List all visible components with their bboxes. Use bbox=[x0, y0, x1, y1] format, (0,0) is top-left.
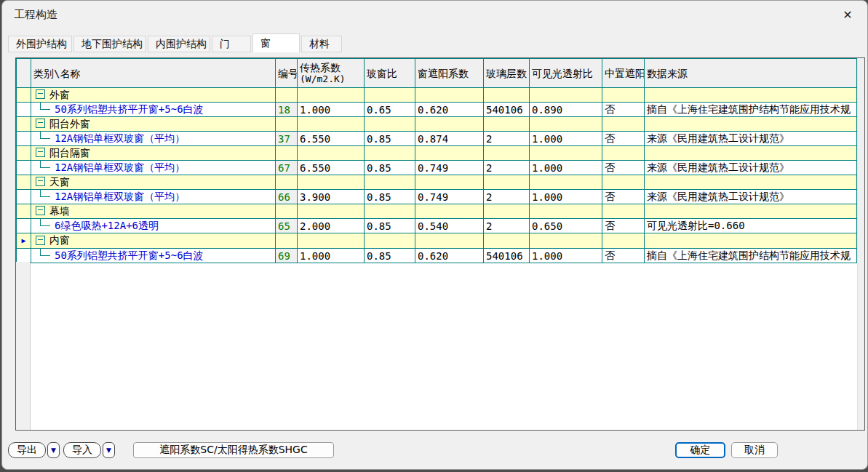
column-header-3[interactable]: 玻窗比 bbox=[365, 59, 415, 88]
cell-mid_shading[interactable] bbox=[602, 88, 645, 103]
cell-visible_trans[interactable] bbox=[530, 146, 602, 161]
row-selector-cell[interactable] bbox=[17, 175, 31, 190]
cell-mid_shading[interactable] bbox=[602, 204, 645, 219]
cell-source[interactable]: 摘自《上海住宅建筑围护结构节能应用技术规 bbox=[645, 249, 857, 263]
cell-name[interactable]: 50系列铝塑共挤平开窗+5~6白波 bbox=[31, 249, 276, 263]
cell-glass_ratio[interactable] bbox=[365, 146, 415, 161]
cell-mid_shading[interactable]: 否 bbox=[602, 161, 645, 175]
cell-glass_ratio[interactable]: 0.65 bbox=[365, 103, 415, 117]
cell-name[interactable]: 天窗 bbox=[31, 175, 276, 190]
cell-u_value[interactable]: 2.000 bbox=[298, 219, 365, 233]
cell-source[interactable]: 来源《民用建筑热工设计规范》 bbox=[645, 132, 857, 146]
cell-name[interactable]: 12A钢铝单框双玻窗（平均） bbox=[31, 190, 276, 204]
row-selector-cell[interactable] bbox=[17, 204, 31, 219]
cell-u_value[interactable] bbox=[298, 117, 365, 132]
cell-name[interactable]: 内窗 bbox=[31, 233, 276, 249]
cell-shading[interactable]: 0.874 bbox=[415, 132, 484, 146]
cell-layers[interactable] bbox=[484, 146, 530, 161]
cell-layers[interactable]: 2 bbox=[484, 219, 530, 233]
cell-mid_shading[interactable] bbox=[602, 175, 645, 190]
column-header-7[interactable]: 中置遮阳 bbox=[602, 59, 645, 88]
row-selector-cell[interactable] bbox=[17, 161, 31, 175]
cell-glass_ratio[interactable] bbox=[365, 88, 415, 103]
cell-u_value[interactable]: 1.000 bbox=[298, 249, 365, 263]
cell-visible_trans[interactable] bbox=[530, 117, 602, 132]
column-header-4[interactable]: 窗遮阳系数 bbox=[415, 59, 484, 88]
export-dropdown-button[interactable]: ▼ bbox=[47, 442, 60, 458]
cell-layers[interactable] bbox=[484, 175, 530, 190]
cell-visible_trans[interactable]: 1.000 bbox=[530, 161, 602, 175]
ok-button[interactable]: 确定 bbox=[675, 442, 725, 458]
row-selector-cell[interactable] bbox=[17, 103, 31, 117]
tab-interior-envelope[interactable]: 内围护结构 bbox=[148, 36, 210, 52]
row-selector-cell[interactable] bbox=[17, 117, 31, 132]
cell-mid_shading[interactable]: 否 bbox=[602, 132, 645, 146]
cell-glass_ratio[interactable]: 0.85 bbox=[365, 132, 415, 146]
cell-shading[interactable]: 0.749 bbox=[415, 161, 484, 175]
cell-name[interactable]: 6绿色吸热+12A+6透明 bbox=[31, 219, 276, 233]
cell-shading[interactable]: 0.540 bbox=[415, 219, 484, 233]
cell-layers[interactable]: 2 bbox=[484, 190, 530, 204]
cell-shading[interactable] bbox=[415, 175, 484, 190]
cell-glass_ratio[interactable]: 0.85 bbox=[365, 161, 415, 175]
cell-name[interactable]: 幕墙 bbox=[31, 204, 276, 219]
cell-u_value[interactable]: 1.000 bbox=[298, 103, 365, 117]
column-header-5[interactable]: 玻璃层数 bbox=[484, 59, 530, 88]
table-row-item[interactable]: 50系列铝塑共挤平开窗+5~6白波181.0000.650.6205401060… bbox=[17, 103, 857, 117]
cell-no[interactable] bbox=[276, 204, 298, 219]
collapse-toggle-icon[interactable] bbox=[36, 236, 45, 245]
tab-exterior-envelope[interactable]: 外围护结构 bbox=[8, 36, 72, 52]
import-button[interactable]: 导入 bbox=[63, 442, 101, 458]
cell-mid_shading[interactable]: 否 bbox=[602, 219, 645, 233]
tab-material[interactable]: 材料 bbox=[301, 36, 342, 52]
cell-layers[interactable]: 540106 bbox=[484, 103, 530, 117]
table-row-item[interactable]: 50系列铝塑共挤平开窗+5~6白波691.0000.850.6205401061… bbox=[17, 249, 857, 263]
row-selector-header[interactable] bbox=[17, 59, 31, 88]
cell-shading[interactable] bbox=[415, 117, 484, 132]
cell-source[interactable] bbox=[645, 146, 857, 161]
column-header-2[interactable]: 传热系数(W/m2.K) bbox=[298, 59, 365, 88]
cell-shading[interactable] bbox=[415, 233, 484, 249]
tab-underground-envelope[interactable]: 地下围护结构 bbox=[73, 36, 146, 52]
column-header-8[interactable]: 数据来源 bbox=[645, 59, 857, 88]
cell-glass_ratio[interactable] bbox=[365, 117, 415, 132]
export-button[interactable]: 导出 bbox=[8, 442, 46, 458]
cell-no[interactable] bbox=[276, 117, 298, 132]
cell-glass_ratio[interactable] bbox=[365, 233, 415, 249]
row-selector-cell[interactable] bbox=[17, 190, 31, 204]
cell-source[interactable] bbox=[645, 175, 857, 190]
row-selector-cell[interactable]: ▶ bbox=[17, 233, 31, 249]
column-header-6[interactable]: 可见光透射比 bbox=[530, 59, 602, 88]
cell-u_value[interactable] bbox=[298, 88, 365, 103]
cell-u_value[interactable] bbox=[298, 233, 365, 249]
cell-layers[interactable]: 540106 bbox=[484, 249, 530, 263]
cell-name[interactable]: 外窗 bbox=[31, 88, 276, 103]
cell-source[interactable]: 摘自《上海住宅建筑围护结构节能应用技术规 bbox=[645, 103, 857, 117]
cell-visible_trans[interactable]: 0.650 bbox=[530, 219, 602, 233]
table-row-category[interactable]: 外窗 bbox=[17, 88, 857, 103]
cell-mid_shading[interactable]: 否 bbox=[602, 249, 645, 263]
cell-u_value[interactable]: 6.550 bbox=[298, 161, 365, 175]
cell-no[interactable]: 69 bbox=[276, 249, 298, 263]
cell-glass_ratio[interactable] bbox=[365, 204, 415, 219]
cell-glass_ratio[interactable]: 0.85 bbox=[365, 249, 415, 263]
cell-visible_trans[interactable] bbox=[530, 204, 602, 219]
collapse-toggle-icon[interactable] bbox=[36, 206, 45, 215]
cell-mid_shading[interactable]: 否 bbox=[602, 103, 645, 117]
cell-visible_trans[interactable]: 1.000 bbox=[530, 190, 602, 204]
row-selector-cell[interactable] bbox=[17, 146, 31, 161]
table-row-item[interactable]: 12A钢铝单框双玻窗（平均）376.5500.850.87421.000否来源《… bbox=[17, 132, 857, 146]
cell-source[interactable] bbox=[645, 233, 857, 249]
vertical-scrollbar[interactable] bbox=[857, 58, 864, 430]
cell-source[interactable]: 来源《民用建筑热工设计规范》 bbox=[645, 190, 857, 204]
tab-window[interactable]: 窗 bbox=[252, 33, 300, 52]
cell-glass_ratio[interactable] bbox=[365, 175, 415, 190]
cell-no[interactable]: 67 bbox=[276, 161, 298, 175]
cell-visible_trans[interactable] bbox=[530, 175, 602, 190]
cancel-button[interactable]: 取消 bbox=[731, 442, 778, 458]
cell-u_value[interactable]: 3.900 bbox=[298, 190, 365, 204]
cell-no[interactable]: 37 bbox=[276, 132, 298, 146]
cell-u_value[interactable] bbox=[298, 146, 365, 161]
cell-no[interactable]: 65 bbox=[276, 219, 298, 233]
cell-layers[interactable] bbox=[484, 117, 530, 132]
